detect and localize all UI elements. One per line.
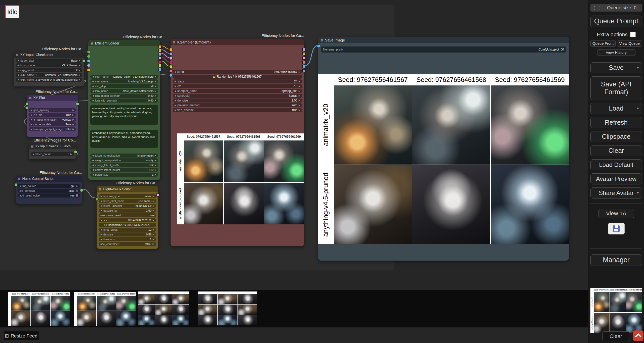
right-arrow-icon[interactable]: ▶: [79, 64, 80, 67]
right-arrow-icon[interactable]: ▶: [155, 75, 156, 78]
w-token-normalization[interactable]: ◀token_normalizationlength+mean▶: [90, 154, 158, 158]
generated-image[interactable]: [334, 85, 412, 165]
generated-image[interactable]: [491, 85, 569, 165]
node-xy-input-checkpoint[interactable]: ▦XY Input: Checkpoint ◀target_ckptBase▶ …: [14, 52, 84, 86]
node-title-bar[interactable]: ▦HighRes-Fix Script: [97, 186, 158, 192]
load-default-button[interactable]: Load Default: [590, 159, 642, 170]
right-arrow-icon[interactable]: ▶: [79, 78, 80, 81]
input-socket[interactable]: [169, 65, 173, 68]
w-iterations[interactable]: ◀iterations1▶: [99, 237, 156, 241]
left-arrow-icon[interactable]: ◀: [100, 209, 102, 212]
left-arrow-icon[interactable]: ◀: [92, 173, 94, 176]
node-title-bar[interactable]: ▦KSampler (Efficient): [171, 39, 304, 45]
node-noise-control-script[interactable]: ▦Noise Control Script ◀rng_sourcegpu▶ cf…: [16, 176, 82, 204]
node-title-bar[interactable]: ▦Noise Control Script: [16, 176, 82, 182]
w-seed[interactable]: ◀seed97627656461567▶: [173, 70, 302, 74]
collapse-icon[interactable]: ▦: [91, 42, 93, 45]
output-socket[interactable]: [302, 57, 305, 60]
node-xy-input-seeds-batch[interactable]: ▦XY Input: Seeds++ Batch ◀batch_count3▶: [29, 143, 76, 159]
right-arrow-icon[interactable]: ▶: [155, 164, 156, 166]
input-socket[interactable]: [25, 106, 29, 110]
left-arrow-icon[interactable]: ◀: [92, 80, 94, 83]
node-title-bar[interactable]: ▦Efficient Loader: [88, 40, 160, 46]
toggle-pip[interactable]: [152, 243, 154, 245]
right-arrow-icon[interactable]: ▶: [299, 104, 300, 107]
generated-image[interactable]: [224, 140, 264, 182]
output-socket[interactable]: [82, 59, 86, 63]
w-cache-models[interactable]: ◀cache_modelsTrue▶: [29, 122, 76, 126]
right-arrow-icon[interactable]: ▶: [299, 90, 300, 92]
output-socket[interactable]: [158, 57, 162, 60]
w-upscale-type[interactable]: ◀upscale_typelatent▶: [99, 194, 156, 198]
right-arrow-icon[interactable]: ▶: [155, 94, 156, 97]
randomize-button[interactable]: ⚄Randomize / ♻ 805473268282571: [99, 223, 156, 227]
node-title-bar[interactable]: ▦XY Plot: [27, 95, 78, 101]
w-grid-spacing[interactable]: ◀grid_spacing5▶: [29, 108, 76, 112]
right-arrow-icon[interactable]: ▶: [153, 219, 154, 221]
left-arrow-icon[interactable]: ◀: [174, 99, 176, 102]
w-empty-latent-height[interactable]: ◀empty_latent_height512▶: [90, 168, 158, 172]
collapse-icon[interactable]: ▦: [16, 53, 18, 57]
left-arrow-icon[interactable]: ◀: [100, 205, 102, 207]
clear-button[interactable]: Clear: [590, 145, 642, 156]
input-socket[interactable]: [317, 44, 320, 48]
save-button[interactable]: Save▼: [590, 62, 642, 73]
output-socket[interactable]: [302, 52, 305, 55]
collapse-icon[interactable]: ▦: [18, 177, 20, 180]
generated-image[interactable]: [224, 183, 264, 224]
w-weight-interpretation[interactable]: ◀weight_interpretationcomfy▶: [90, 158, 158, 162]
output-socket[interactable]: [80, 189, 83, 192]
input-socket[interactable]: [169, 61, 173, 64]
output-socket[interactable]: [76, 102, 79, 106]
right-arrow-icon[interactable]: ▶: [155, 80, 156, 83]
scroll-top-button[interactable]: [633, 330, 643, 341]
w-ckpt-count[interactable]: ◀ckpt_count2▶: [16, 68, 82, 72]
generated-image[interactable]: [264, 183, 304, 224]
generated-image[interactable]: [412, 165, 490, 244]
w-ckpt-name[interactable]: ◀ckpt_nameRealistic_Vision_V1.4.safetens…: [90, 75, 158, 79]
avatar-preview-button[interactable]: Avatar Preview: [590, 173, 642, 184]
input-socket[interactable]: [87, 55, 90, 58]
toggle-pip[interactable]: [76, 194, 78, 197]
right-arrow-icon[interactable]: ▶: [299, 71, 300, 73]
queue-front-button[interactable]: Queue Front: [590, 40, 616, 47]
left-arrow-icon[interactable]: ◀: [174, 90, 176, 92]
right-arrow-icon[interactable]: ▶: [153, 228, 154, 231]
right-arrow-icon[interactable]: ▶: [299, 85, 300, 87]
input-socket[interactable]: [87, 64, 90, 67]
node-title-bar[interactable]: ▦Save Image: [318, 37, 569, 43]
right-arrow-icon[interactable]: ▶: [72, 118, 74, 121]
w-y-label-orientation[interactable]: ◀Y_label_orientationVertical▶: [29, 118, 76, 122]
node-save-image[interactable]: ▦Save Image filename_prefix ComfyUI/xypl…: [318, 37, 569, 261]
drag-handle-icon[interactable]: ⋮⋮: [592, 5, 601, 11]
output-socket[interactable]: [158, 49, 162, 52]
save-api-format-button[interactable]: Save (API Format): [590, 76, 642, 100]
xy-plot-output-image[interactable]: Seed: 97627656461567 Seed: 9762765646156…: [318, 74, 569, 244]
left-arrow-icon[interactable]: ◀: [100, 200, 102, 202]
right-arrow-icon[interactable]: ▶: [155, 85, 156, 87]
right-arrow-icon[interactable]: ▶: [79, 74, 80, 76]
w-batch-count[interactable]: ◀batch_count3▶: [31, 152, 74, 156]
left-arrow-icon[interactable]: ◀: [174, 109, 176, 111]
w-steps[interactable]: ◀steps24▶: [173, 79, 302, 83]
right-arrow-icon[interactable]: ▶: [299, 99, 300, 102]
right-arrow-icon[interactable]: ▶: [79, 59, 80, 62]
output-socket[interactable]: [158, 53, 162, 56]
feed-thumbnail-4[interactable]: [198, 291, 257, 325]
w-clip-skip[interactable]: ◀clip_skip-2▶: [90, 84, 158, 88]
w-scheduler[interactable]: ◀schedulerkarras▶: [173, 94, 302, 98]
collapse-icon[interactable]: ▦: [29, 96, 31, 100]
input-socket[interactable]: [87, 50, 90, 54]
right-arrow-icon[interactable]: ▶: [153, 233, 154, 236]
extra-options-checkbox[interactable]: [630, 32, 636, 37]
input-socket[interactable]: [87, 59, 90, 63]
view-queue-button[interactable]: View Queue: [617, 40, 642, 47]
left-arrow-icon[interactable]: ◀: [174, 80, 176, 83]
w-latent-upscaler[interactable]: ◀latent_upscalerttl_nn.SD 1.x▶: [99, 204, 156, 208]
left-arrow-icon[interactable]: ◀: [17, 59, 19, 62]
output-socket[interactable]: [302, 48, 305, 51]
left-arrow-icon[interactable]: ◀: [174, 104, 176, 107]
right-arrow-icon[interactable]: ▶: [79, 69, 80, 71]
feed-thumbnail-2[interactable]: Seed: 97627656461567 Seed: 9762765646156…: [74, 292, 136, 326]
queue-size-bar[interactable]: ⋮⋮ Queue size: 0: [590, 4, 642, 12]
